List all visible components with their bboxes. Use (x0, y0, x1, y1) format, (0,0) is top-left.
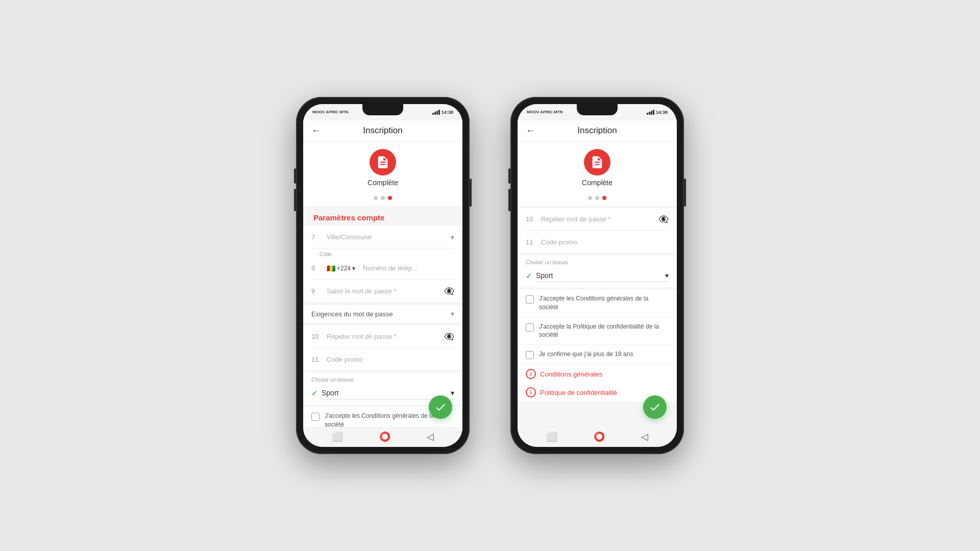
back-button-2[interactable]: ← (526, 126, 535, 136)
signal-bar-2-2 (649, 112, 650, 115)
ville-commune-input[interactable] (327, 233, 446, 241)
info-text-conditions[interactable]: Conditions générales (540, 370, 602, 378)
info-icon-politique: i (526, 387, 536, 397)
header-title-2: Inscription (577, 126, 617, 136)
back-nav-icon-2[interactable]: ◁ (641, 431, 648, 442)
app-header-1: ← Inscription (303, 120, 462, 141)
complete-label-1: Complète (368, 179, 398, 187)
form-row-8: 8 🇬🇳 +224 ▾ (311, 257, 454, 280)
notch-1 (362, 104, 403, 115)
signal-icon-2 (647, 110, 654, 115)
signal-bar-2-1 (647, 113, 648, 115)
dots-row-1 (303, 191, 462, 206)
form-section-1: 7 ▾ Code 8 🇬🇳 +224 ▾ (303, 226, 462, 302)
dot-1-3 (388, 196, 392, 200)
phone-input[interactable] (363, 264, 454, 272)
time-2: 14:38 (656, 110, 668, 115)
volume-down-button[interactable] (294, 189, 296, 211)
power-button-2[interactable] (684, 179, 686, 207)
info-text-politique[interactable]: Politique de confidentialité (540, 389, 617, 396)
complete-label-2: Complète (582, 179, 612, 187)
home-nav-icon-2[interactable]: ⬜ (546, 431, 557, 442)
checkbox-label-politique-2: J'accepte la Politique de confidentialit… (539, 322, 669, 340)
flag-code-selector[interactable]: 🇬🇳 +224 ▾ (327, 264, 359, 272)
password-input[interactable] (327, 287, 439, 295)
checkbox-conditions[interactable] (311, 413, 320, 421)
document-icon-2 (590, 155, 604, 169)
row-num-7: 7 (311, 233, 322, 241)
form-row-7: 7 ▾ (311, 226, 454, 248)
signal-bar-2-4 (653, 110, 654, 115)
status-bar-1: MOOV AFRIC MTN 14:38 (303, 104, 462, 120)
nav-bar-2: ⬜ ⭕ ◁ (518, 427, 677, 447)
repeat-password-input[interactable] (327, 333, 439, 340)
password-requirements-row[interactable]: Exigences du mot de passe ▾ (303, 304, 462, 323)
code-label: Code (311, 248, 454, 257)
form-row-9: 9 👁‍🗨 (311, 280, 454, 302)
flag-emoji: 🇬🇳 (327, 264, 335, 272)
eye-icon-10[interactable]: 👁‍🗨 (444, 332, 454, 341)
check-mark-icon-2: ✓ (526, 272, 532, 280)
back-button-1[interactable]: ← (311, 126, 321, 136)
icon-section-2: Complète (518, 141, 677, 191)
dot-2-1 (588, 196, 592, 200)
content-area-2: Complète 10 👁‍🗨 11 (518, 141, 677, 427)
chevron-down-icon-7[interactable]: ▾ (451, 233, 454, 241)
signal-bar-3 (436, 111, 438, 115)
circle-nav-icon[interactable]: ⭕ (379, 431, 390, 442)
dots-row-2 (518, 191, 677, 206)
checkbox-politique-2[interactable] (526, 323, 534, 332)
volume-up-button-2[interactable] (508, 168, 510, 184)
chevron-down-icon-flag: ▾ (352, 265, 355, 272)
bonus-value-2: Sport (536, 271, 553, 280)
time-1: 14:38 (442, 110, 453, 115)
header-title-1: Inscription (363, 126, 402, 136)
signal-bar-2-3 (651, 111, 652, 115)
checkbox-section-2: J'accepte les Conditions générales de la… (518, 289, 677, 365)
dot-1-2 (381, 196, 385, 200)
home-nav-icon[interactable]: ⬜ (332, 431, 343, 442)
form-section-10: 10 👁‍🗨 11 (303, 325, 462, 370)
signal-icon (432, 110, 440, 115)
signal-bar-1 (432, 113, 434, 115)
row-num-11-p2: 11 (526, 238, 536, 246)
icon-section-1: Complète (303, 141, 462, 191)
phone-2: MOOV AFRIC MTN 14:38 ← Inscription (510, 97, 684, 454)
requirements-label: Exigences du mot de passe (311, 310, 393, 318)
status-right-2: 14:38 (647, 110, 668, 115)
back-nav-icon[interactable]: ◁ (427, 431, 434, 442)
phone-1-screen: MOOV AFRIC MTN 14:38 ← Inscription (303, 104, 462, 447)
checkbox-label-age-2: Je confirme que j'ai plus de 18 ans (539, 350, 633, 359)
row-num-8: 8 (311, 264, 322, 272)
complete-icon-circle-2 (584, 149, 610, 176)
form-row-10: 10 👁‍🗨 (311, 325, 454, 348)
eye-icon-10-p2[interactable]: 👁‍🗨 (658, 214, 669, 224)
nav-bar-1: ⬜ ⭕ ◁ (303, 427, 462, 447)
chevron-down-icon-bonus: ▾ (451, 389, 454, 397)
checkbox-row-2-1: J'accepte les Conditions générales de la… (518, 289, 677, 317)
repeat-password-input-2[interactable] (541, 215, 653, 223)
code-promo-input-2[interactable] (541, 238, 669, 246)
content-area-1: Complète Paramètres compte 7 ▾ Code 8 (303, 141, 462, 427)
volume-down-button-2[interactable] (508, 189, 510, 211)
volume-up-button[interactable] (294, 168, 296, 184)
code-promo-input[interactable] (327, 356, 454, 363)
power-button[interactable] (470, 179, 472, 207)
bonus-select-2[interactable]: Sport ▾ (536, 269, 669, 282)
check-icon-1 (434, 401, 447, 413)
circle-nav-icon-2[interactable]: ⭕ (594, 431, 605, 442)
row-num-10-p2: 10 (526, 215, 536, 223)
row-num-10: 10 (311, 333, 322, 340)
form-row-10-p2: 10 👁‍🗨 (526, 208, 669, 231)
dot-2-3 (602, 196, 606, 200)
checkbox-age-2[interactable] (526, 351, 534, 359)
checkbox-conditions-2[interactable] (526, 295, 534, 304)
form-section-10-p2: 10 👁‍🗨 11 (518, 208, 677, 253)
fab-button-1[interactable] (429, 395, 452, 419)
fab-button-2[interactable] (643, 395, 667, 419)
phone-1: MOOV AFRIC MTN 14:38 ← Inscription (296, 97, 470, 454)
checkbox-row-2-2: J'accepte la Politique de confidentialit… (518, 317, 677, 345)
form-row-11: 11 (311, 348, 454, 370)
status-bar-2: MOOV AFRIC MTN 14:38 (518, 104, 677, 120)
eye-icon-9[interactable]: 👁‍🗨 (444, 286, 454, 296)
